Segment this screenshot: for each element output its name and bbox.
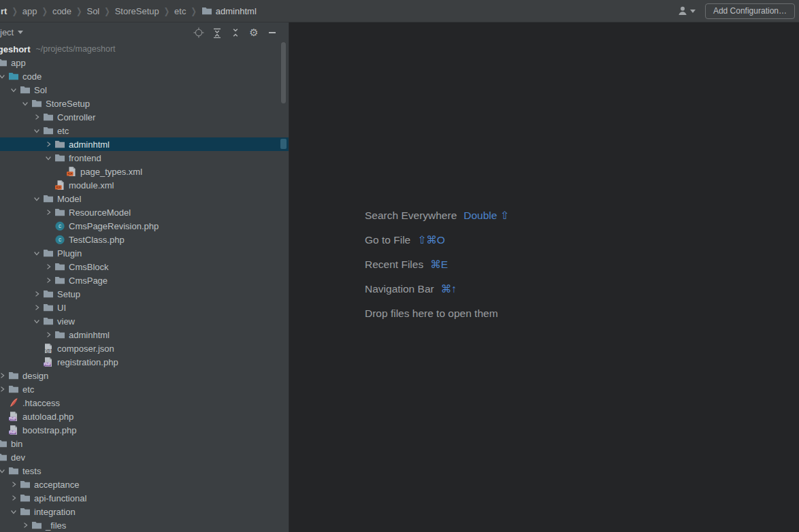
- tree-row[interactable]: etc: [0, 124, 289, 137]
- tree-row[interactable]: cCmsPageRevision.php: [0, 219, 289, 233]
- chevron-slot: [31, 356, 43, 367]
- shortcut-keys: ⇧⌘O: [417, 234, 445, 246]
- collapse-all-icon[interactable]: [230, 27, 241, 38]
- chevron-expanded-icon[interactable]: [31, 316, 43, 327]
- chevron-slot: [42, 220, 54, 231]
- tree-item-label: StoreSetup: [46, 99, 90, 109]
- folder-icon: [0, 438, 7, 449]
- tree-row[interactable]: UI: [0, 301, 289, 314]
- tree-row[interactable]: {@}composer.json: [0, 342, 289, 355]
- tree-row[interactable]: mageshort~/projects/mageshort: [0, 42, 289, 56]
- settings-icon[interactable]: ⚙: [248, 27, 259, 38]
- tree-row[interactable]: Sol: [0, 83, 289, 97]
- tree-row[interactable]: adminhtml: [0, 137, 289, 151]
- chevron-expanded-icon[interactable]: [0, 465, 8, 476]
- chevron-collapsed-icon[interactable]: [0, 370, 8, 381]
- folder-icon: [8, 370, 19, 381]
- tree-item-label: adminhtml: [69, 139, 110, 150]
- tree-row[interactable]: <>module.xml: [0, 178, 289, 192]
- project-panel-header: ject ⚙: [0, 22, 289, 42]
- expand-all-icon[interactable]: [212, 27, 223, 38]
- tree-item-label: bin: [11, 439, 22, 449]
- folder-icon: [0, 452, 7, 463]
- chevron-collapsed-icon[interactable]: [42, 261, 54, 272]
- chevron-expanded-icon[interactable]: [7, 506, 20, 517]
- tree-item-label: frontend: [69, 153, 101, 163]
- tree-row[interactable]: dev: [0, 450, 289, 464]
- breadcrumb-item[interactable]: code: [52, 6, 71, 16]
- tree-row[interactable]: CmsBlock: [0, 260, 289, 273]
- breadcrumb-item[interactable]: Sol: [86, 6, 99, 16]
- folder-icon: [43, 125, 54, 136]
- chevron-slot: [42, 180, 54, 190]
- tree-row[interactable]: bin: [0, 437, 289, 450]
- locate-icon[interactable]: [193, 27, 204, 38]
- tree-row[interactable]: StoreSetup: [0, 97, 289, 110]
- tree-row[interactable]: CmsPage: [0, 273, 289, 287]
- tree-row[interactable]: _files: [0, 518, 289, 532]
- tree-row[interactable]: code: [0, 69, 289, 83]
- shortcut-label: Search Everywhere: [365, 210, 457, 222]
- tree-row[interactable]: Controller: [0, 110, 289, 124]
- tree-row[interactable]: PHPautoload.php: [0, 410, 289, 423]
- tree-row[interactable]: acceptance: [0, 478, 289, 491]
- tree-row[interactable]: ResourceModel: [0, 205, 289, 219]
- user-dropdown[interactable]: [677, 5, 696, 16]
- add-configuration-button[interactable]: Add Configuration…: [705, 3, 795, 19]
- breadcrumb-item[interactable]: adminhtml: [201, 5, 257, 16]
- tree-row[interactable]: app: [0, 56, 289, 69]
- chevron-collapsed-icon[interactable]: [42, 207, 54, 218]
- tree-row[interactable]: adminhtml: [0, 328, 289, 342]
- chevron-collapsed-icon[interactable]: [31, 112, 43, 122]
- tree-item-label: module.xml: [69, 180, 114, 190]
- tree-row[interactable]: PHPbootstrap.php: [0, 423, 289, 437]
- chevron-collapsed-icon[interactable]: [7, 493, 20, 503]
- tree-row[interactable]: Setup: [0, 287, 289, 301]
- chevron-expanded-icon[interactable]: [0, 71, 8, 82]
- chevron-expanded-icon[interactable]: [19, 98, 31, 109]
- chevron-collapsed-icon[interactable]: [42, 139, 54, 150]
- tree-row[interactable]: frontend: [0, 151, 289, 165]
- breadcrumb-item[interactable]: StoreSetup: [115, 6, 159, 16]
- chevron-expanded-icon[interactable]: [7, 84, 20, 95]
- tree-item-label: dev: [11, 452, 25, 463]
- chevron-collapsed-icon[interactable]: [7, 479, 20, 490]
- tree-row[interactable]: PHPregistration.php: [0, 355, 289, 369]
- tree-item-label: .htaccess: [22, 398, 60, 408]
- chevron-collapsed-icon[interactable]: [31, 288, 43, 299]
- chevron-expanded-icon[interactable]: [31, 193, 43, 204]
- tree-row[interactable]: view: [0, 314, 289, 328]
- chevron-collapsed-icon[interactable]: [31, 302, 43, 313]
- svg-text:<>: <>: [67, 171, 73, 176]
- hide-icon[interactable]: [267, 27, 278, 38]
- project-tool-window: ject ⚙ mageshort~/projects/mageshortappc…: [0, 22, 289, 532]
- chevron-collapsed-icon[interactable]: [19, 520, 31, 531]
- tree-row[interactable]: api-functional: [0, 491, 289, 505]
- chevron-collapsed-icon[interactable]: [0, 384, 8, 395]
- svg-text:{@}: {@}: [44, 348, 52, 354]
- chevron-expanded-icon[interactable]: [31, 248, 43, 259]
- breadcrumb-item[interactable]: rt: [1, 6, 7, 16]
- chevron-down-icon: [18, 31, 23, 34]
- tree-row[interactable]: cTestClass.php: [0, 233, 289, 246]
- chevron-expanded-icon[interactable]: [31, 125, 43, 136]
- tree-scrollbar-thumb[interactable]: [281, 42, 286, 103]
- tree-item-label: adminhtml: [69, 330, 110, 340]
- tree-row[interactable]: .htaccess: [0, 396, 289, 410]
- svg-text:<>: <>: [56, 185, 61, 189]
- chevron-expanded-icon[interactable]: [42, 152, 54, 163]
- tree-row[interactable]: Model: [0, 192, 289, 205]
- tree-row[interactable]: etc: [0, 382, 289, 396]
- shortcut-hint-row: Drop files here to open them: [365, 301, 509, 326]
- tree-row[interactable]: <>page_types.xml: [0, 165, 289, 178]
- tree-row[interactable]: tests: [0, 464, 289, 478]
- breadcrumb-item[interactable]: app: [22, 6, 37, 16]
- chevron-collapsed-icon[interactable]: [42, 275, 54, 286]
- breadcrumb-item[interactable]: etc: [174, 6, 186, 16]
- project-panel-title[interactable]: ject: [0, 27, 23, 37]
- tree-row[interactable]: Plugin: [0, 246, 289, 260]
- chevron-collapsed-icon[interactable]: [42, 329, 54, 340]
- tree-item-label: Controller: [57, 112, 95, 122]
- tree-row[interactable]: design: [0, 369, 289, 382]
- tree-row[interactable]: integration: [0, 505, 289, 518]
